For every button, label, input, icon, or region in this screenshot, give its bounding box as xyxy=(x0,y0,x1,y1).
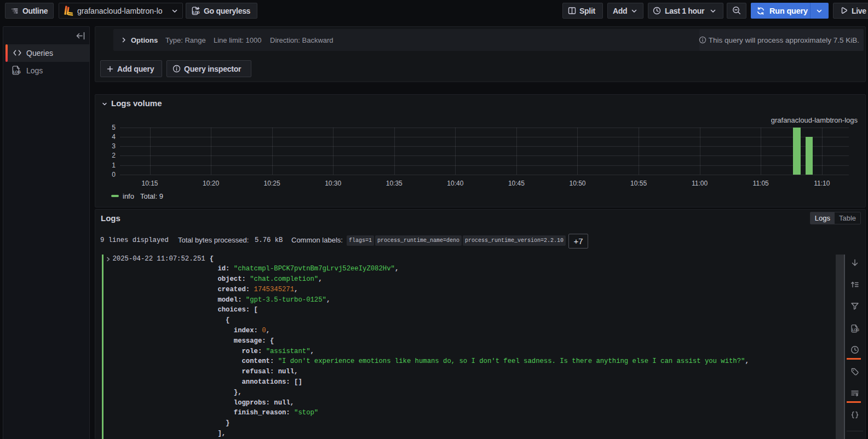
svg-text:LOG: LOG xyxy=(852,328,859,332)
svg-text:LOG: LOG xyxy=(193,10,200,14)
svg-text:LOG: LOG xyxy=(13,70,21,74)
